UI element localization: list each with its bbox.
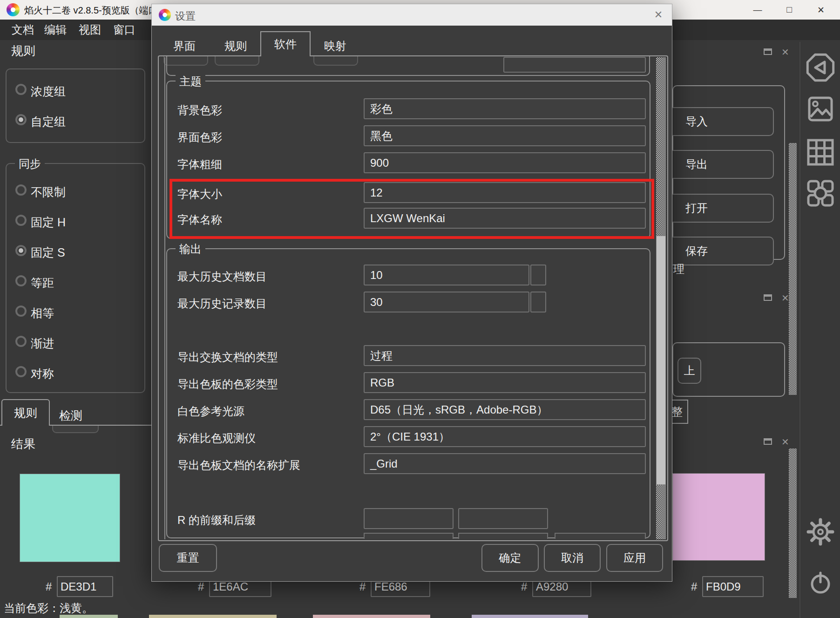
radio-label: 相等 — [31, 306, 54, 321]
sidebar-tab-rules[interactable]: 规则 — [1, 399, 50, 426]
close-button[interactable]: ✕ — [806, 0, 835, 20]
grid-icon[interactable] — [806, 138, 835, 167]
app-logo-icon — [7, 3, 20, 16]
tab-pane-frame — [158, 55, 668, 541]
panel-color-swatch[interactable] — [672, 473, 765, 561]
radio-label: 等距 — [31, 275, 54, 291]
radio-label: 不限制 — [31, 184, 66, 200]
dialog-logo-icon — [159, 9, 171, 21]
radio-equidistant[interactable] — [15, 275, 27, 286]
splitter-handle[interactable] — [789, 143, 797, 395]
rules-octagon-icon[interactable] — [805, 52, 836, 83]
radio-label: 自定组 — [31, 114, 66, 129]
bottom-swatch-strip[interactable] — [313, 615, 430, 618]
menu-item-document[interactable]: 文档 — [8, 20, 37, 40]
radio-unlimited[interactable] — [15, 184, 27, 196]
dock-close-icon[interactable]: ✕ — [781, 436, 789, 448]
radio-fixed-h[interactable] — [15, 215, 27, 226]
hex-prefix: # — [521, 580, 527, 593]
dialog-titlebar: 设置 ✕ — [152, 4, 672, 26]
toolbar-divider — [799, 42, 800, 618]
bottom-swatch-strip[interactable] — [149, 615, 277, 618]
menu-item-window[interactable]: 窗口 — [110, 20, 139, 40]
cancel-button[interactable]: 取消 — [544, 544, 601, 572]
radio-symmetric[interactable] — [15, 366, 27, 377]
hex-prefix: # — [691, 580, 697, 593]
ok-button[interactable]: 确定 — [481, 544, 539, 572]
sync-group-box: 同步 — [6, 163, 145, 393]
maximize-button[interactable]: □ — [775, 0, 804, 20]
dock-float-icon[interactable] — [764, 294, 772, 301]
image-icon[interactable] — [807, 96, 833, 122]
rule-group-box — [6, 68, 145, 143]
menu-item-view[interactable]: 视图 — [75, 20, 104, 40]
dock-close-icon[interactable]: ✕ — [781, 292, 789, 304]
minimize-button[interactable]: — — [743, 0, 772, 20]
settings-gear-icon[interactable] — [806, 518, 834, 546]
radio-label: 浓度组 — [31, 84, 66, 99]
sync-group-title: 同步 — [15, 156, 45, 171]
dialog-close-icon[interactable]: ✕ — [651, 8, 666, 22]
radio-concentration-group[interactable] — [15, 84, 27, 95]
radio-label: 固定 S — [31, 245, 65, 260]
dialog-tab-software[interactable]: 软件 — [260, 31, 311, 56]
rules-section-label: 规则 — [11, 43, 35, 59]
result-color-swatch[interactable] — [20, 474, 120, 562]
result-label: 结果 — [11, 436, 35, 452]
layout-shapes-icon[interactable] — [805, 178, 836, 209]
splitter-handle[interactable] — [789, 448, 797, 598]
dock-float-icon[interactable] — [764, 438, 772, 445]
dialog-tab-mapping[interactable]: 映射 — [317, 37, 354, 55]
up-button[interactable]: 上 — [677, 358, 701, 384]
apply-button[interactable]: 应用 — [606, 544, 663, 572]
reset-button[interactable]: 重置 — [159, 544, 217, 572]
settings-dialog: 设置 ✕ 界面 规则 软件 映射 主题 背景色彩 彩色 界面色彩 黑色 字体粗细… — [151, 4, 672, 582]
radio-label: 固定 H — [31, 215, 66, 230]
hex-prefix: # — [198, 580, 204, 593]
dock-float-icon[interactable] — [764, 48, 772, 55]
radio-gradual[interactable] — [15, 336, 27, 347]
radio-custom-group[interactable] — [15, 114, 27, 125]
hex-value-field[interactable]: DE3D1 — [57, 576, 113, 597]
radio-label: 对称 — [31, 366, 54, 381]
bottom-swatch-strip[interactable] — [60, 615, 118, 618]
bottom-swatch-strip[interactable] — [472, 615, 588, 618]
radio-fixed-s[interactable] — [15, 245, 27, 256]
hex-prefix: # — [359, 580, 366, 593]
radio-label: 渐进 — [31, 336, 54, 351]
dialog-title: 设置 — [175, 9, 196, 23]
dialog-tab-interface[interactable]: 界面 — [166, 37, 203, 55]
status-text: 当前色彩：浅黄。 — [4, 601, 93, 616]
clipped-manage-label: 理 — [673, 262, 684, 277]
menu-item-edit[interactable]: 编辑 — [41, 20, 70, 40]
dialog-tab-rules[interactable]: 规则 — [217, 37, 254, 55]
tab-base-detect — [52, 426, 99, 433]
app-window: 焰火十二卷 v2.8.5-预览版（端口：2 — □ ✕ 文档 编辑 视图 窗口 … — [0, 0, 840, 618]
sidebar-tab-detect[interactable]: 检测 — [59, 408, 82, 423]
power-info-icon[interactable] — [809, 571, 832, 594]
dock-close-icon[interactable]: ✕ — [781, 47, 789, 58]
hex-prefix: # — [46, 580, 52, 593]
window-title: 焰火十二卷 v2.8.5-预览版（端口：2 — [24, 4, 172, 17]
radio-equal[interactable] — [15, 306, 27, 317]
hex-value-field[interactable]: FB0D9 — [702, 576, 764, 597]
